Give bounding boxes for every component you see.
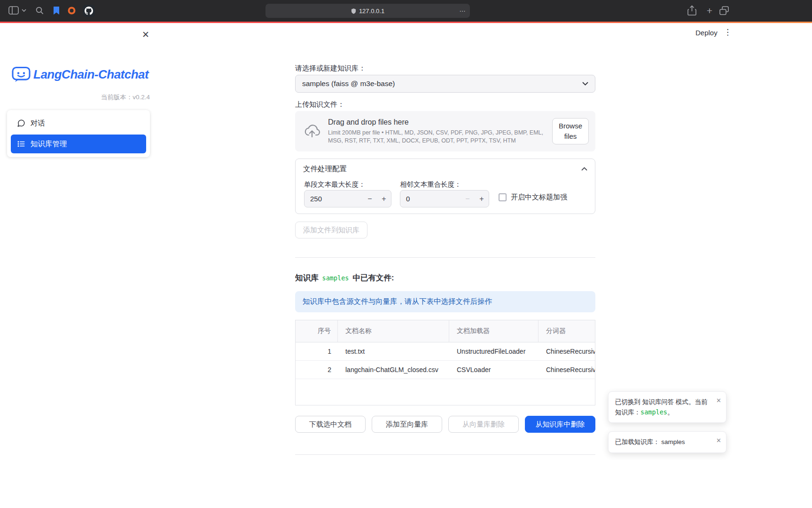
cell-doc-name: langchain-ChatGLM_closed.csv [338,361,449,379]
browse-files-button[interactable]: Browse files [552,118,589,144]
share-icon[interactable] [687,5,696,16]
chevron-down-icon [582,82,588,86]
sidebar-toggle-icon[interactable] [8,6,19,15]
chevron-up-icon [581,167,587,171]
pinned-tab-blue-icon[interactable] [53,6,60,15]
config-expander-title: 文件处理配置 [303,164,347,174]
config-expander-header[interactable]: 文件处理配置 [296,159,595,179]
logo-text: LangChain-Chatchat [33,67,148,82]
cell-loader: CSVLoader [449,361,539,379]
nav-item-label: 知识库管理 [31,139,67,149]
nav-item-knowledge-base[interactable]: 知识库管理 [11,135,146,153]
table-header-cell: 文档加载器 [449,320,539,342]
overlap-size-value: 0 [400,195,461,203]
cell-index: 1 [296,342,338,360]
app-logo: LangChain-Chatchat [11,66,148,83]
logo-icon [11,66,31,83]
nav-item-label: 对话 [31,119,45,128]
tab-overview-icon[interactable] [719,6,729,16]
kb-select-label: 请选择或新建知识库： [295,64,366,73]
kebab-menu-icon[interactable]: ⋮ [724,27,731,37]
table-header-cell: 文档名称 [338,320,449,342]
browser-chrome: 127.0.0.1 ⋯ + [0,0,812,22]
page: 127.0.0.1 ⋯ + ✕ La [0,0,812,508]
upload-label: 上传知识文件： [295,100,344,109]
files-heading: 知识库 samples 中已有文件: [295,273,394,283]
chunk-size-input[interactable]: 250 − + [304,190,391,207]
info-alert: 知识库中包含源文件与向量库，请从下表中选择文件后操作 [295,291,595,312]
cell-splitter: ChineseRecursiveT [539,361,595,379]
divider [295,257,595,258]
toast-close-icon[interactable]: ✕ [716,396,721,406]
zh-title-checkbox[interactable]: 开启中文标题加强 [499,193,567,202]
kb-selectbox[interactable]: samples (faiss @ m3e-base) [295,75,595,93]
config-expander: 文件处理配置 单段文本最大长度： 相邻文本重合长度： 250 − + 0 − +… [295,159,595,214]
overlap-size-label: 相邻文本重合长度： [400,180,461,189]
dropzone-texts: Drag and drop files here Limit 200MB per… [328,118,552,144]
cell-index: 2 [296,361,338,379]
toast-text: 。 [667,409,674,416]
table-row[interactable]: 2 langchain-ChatGLM_closed.csv CSVLoader… [296,361,595,379]
cell-splitter: ChineseRecursiveT [539,342,595,360]
new-tab-icon[interactable]: + [704,4,715,17]
table-header-row: 序号 文档名称 文档加载器 分词器 [296,320,595,342]
kb-selected-value: samples (faiss @ m3e-base) [302,79,395,88]
toast-mode-switched: 已切换到 知识库问答 模式。当前知识库：samples。 ✕ [608,391,726,423]
chat-icon [17,119,25,127]
dropzone-title: Drag and drop files here [328,118,552,127]
decrement-button[interactable]: − [461,195,475,203]
checkbox-icon [499,193,507,201]
version-text: 当前版本：v0.2.4 [7,93,150,102]
nav-item-dialogue[interactable]: 对话 [11,114,146,133]
kb-name-code: samples [322,274,349,282]
table-header-cell: 序号 [296,320,338,342]
table-row[interactable]: 1 test.txt UnstructuredFileLoader Chines… [296,342,595,361]
chevron-down-icon[interactable] [22,9,26,12]
toast-text: 已加载知识库： samples [615,438,685,445]
add-files-to-kb-button[interactable]: 添加文件到知识库 [295,222,367,238]
zh-title-checkbox-label: 开启中文标题加强 [511,193,567,202]
github-tab-icon[interactable] [83,5,95,17]
table-header-cell: 分词器 [539,320,595,342]
url-text: 127.0.0.1 [359,8,384,15]
chunk-size-label: 单段文本最大长度： [304,180,366,189]
increment-button[interactable]: + [475,195,489,203]
dropzone-limit-text: Limit 200MB per file • HTML, MD, JSON, C… [328,129,552,144]
divider [295,454,595,455]
upload-cloud-icon [304,124,320,138]
knowledge-base-icon [17,140,25,148]
page-settings-icon[interactable]: ⋯ [459,7,466,15]
add-to-vectorstore-button[interactable]: 添加至向量库 [372,416,442,433]
sidebar-nav: 对话 知识库管理 [7,110,150,157]
increment-button[interactable]: + [377,195,391,203]
url-bar[interactable]: 127.0.0.1 ⋯ [265,4,470,18]
download-selected-button[interactable]: 下载选中文档 [295,416,366,433]
delete-from-vectorstore-button[interactable]: 从向量库删除 [448,416,519,433]
deploy-button[interactable]: Deploy [695,29,718,37]
toast-close-icon[interactable]: ✕ [716,436,721,446]
file-action-buttons: 下载选中文档 添加至向量库 从向量库删除 从知识库中删除 [295,416,595,433]
shield-icon [351,8,356,14]
close-icon: ✕ [142,29,149,40]
toast-kb-loaded: 已加载知识库： samples ✕ [608,431,726,453]
cell-doc-name: test.txt [338,342,449,360]
file-dropzone[interactable]: Drag and drop files here Limit 200MB per… [295,111,595,151]
files-heading-prefix: 知识库 [295,273,319,283]
search-icon[interactable] [36,7,44,15]
info-alert-text: 知识库中包含源文件与向量库，请从下表中选择文件后操作 [303,297,492,307]
overlap-size-input[interactable]: 0 − + [400,190,489,207]
chunk-size-value: 250 [304,195,363,203]
decrement-button[interactable]: − [363,195,377,203]
files-heading-suffix: 中已有文件: [352,273,394,283]
kb-name-code: samples [640,408,667,416]
sidebar-close-button[interactable]: ✕ [139,27,153,41]
table-empty-area [296,379,595,405]
files-table: 序号 文档名称 文档加载器 分词器 1 test.txt Unstructure… [295,320,595,405]
delete-from-kb-button[interactable]: 从知识库中删除 [525,416,595,433]
sidebar: ✕ LangChain-Chatchat 当前版本：v0.2.4 对话 [0,23,157,508]
pinned-tab-orange-icon[interactable] [68,7,76,15]
cell-loader: UnstructuredFileLoader [449,342,539,360]
